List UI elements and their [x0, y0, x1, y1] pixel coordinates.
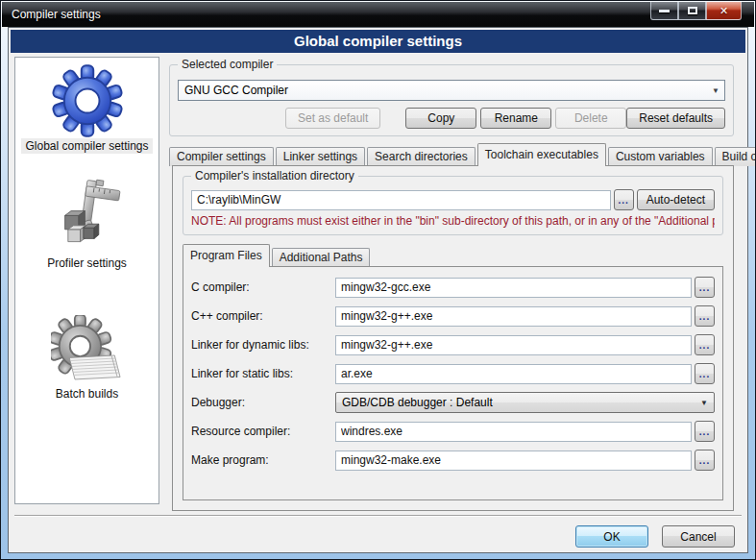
footer-buttons: OK Cancel: [575, 525, 735, 548]
static-linker-input[interactable]: [335, 364, 692, 384]
bin-subdirectory-note: NOTE: All programs must exist either in …: [191, 214, 715, 228]
tab-compiler-settings[interactable]: Compiler settings: [169, 147, 274, 166]
sidebar-item-label: Profiler settings: [43, 256, 131, 271]
tab-build-options[interactable]: Build options: [715, 147, 756, 166]
debugger-row: Debugger: GDB/CDB debugger : Default ▼: [191, 392, 715, 413]
maximize-button[interactable]: [678, 2, 706, 20]
make-program-label: Make program:: [191, 453, 335, 467]
make-program-browse-button[interactable]: ...: [695, 450, 715, 471]
tab-linker-settings[interactable]: Linker settings: [276, 147, 365, 166]
cpp-compiler-label: C++ compiler:: [191, 309, 335, 323]
close-icon: ✕: [719, 5, 728, 17]
chevron-down-icon: ▼: [695, 399, 714, 407]
set-as-default-button[interactable]: Set as default: [285, 108, 380, 129]
minimize-button[interactable]: [650, 2, 678, 20]
cancel-button[interactable]: Cancel: [662, 525, 735, 548]
cpp-compiler-row: C++ compiler: ...: [191, 305, 715, 327]
tab-program-files[interactable]: Program Files: [183, 244, 270, 267]
caliper-icon: [48, 179, 125, 256]
sidebar-item-profiler-settings[interactable]: Profiler settings: [43, 179, 131, 271]
resource-compiler-browse-button[interactable]: ...: [695, 421, 715, 442]
footer-divider: [14, 515, 742, 517]
debugger-select[interactable]: GDB/CDB debugger : Default ▼: [335, 392, 715, 413]
tab-custom-variables[interactable]: Custom variables: [608, 147, 713, 166]
debugger-select-value: GDB/CDB debugger : Default: [342, 396, 493, 409]
window-title: Compiler settings: [12, 2, 101, 27]
maximize-icon: [688, 7, 697, 14]
dynamic-linker-label: Linker for dynamic libs:: [191, 338, 335, 352]
close-button[interactable]: ✕: [706, 2, 742, 20]
rename-button[interactable]: Rename: [480, 108, 551, 129]
dynamic-linker-input[interactable]: [335, 335, 692, 355]
program-files-page: C compiler: ... C++ compiler: ... Linker…: [183, 266, 723, 500]
resource-compiler-row: Resource compiler: ...: [191, 421, 715, 442]
static-linker-label: Linker for static libs:: [191, 367, 335, 380]
sidebar-item-batch-builds[interactable]: Batch builds: [51, 315, 124, 402]
minimize-icon: [659, 10, 670, 12]
resource-compiler-label: Resource compiler:: [191, 425, 335, 438]
settings-category-list: Global compiler settings: [14, 57, 159, 504]
program-files-notebook: Program Files Additional Paths C compile…: [183, 245, 723, 500]
titlebar[interactable]: Compiler settings ✕: [2, 2, 754, 27]
caption-buttons: ✕: [650, 2, 742, 20]
c-compiler-label: C compiler:: [191, 280, 335, 294]
static-linker-row: Linker for static libs: ...: [191, 363, 715, 384]
sidebar-item-label: Global compiler settings: [21, 138, 152, 154]
compiler-actions: Set as default Copy Rename Delete Reset …: [178, 108, 725, 129]
chevron-down-icon: ▼: [707, 86, 724, 95]
resource-compiler-input[interactable]: [335, 422, 692, 442]
selected-compiler-group: Selected compiler GNU GCC Compiler ▼ Set…: [169, 64, 734, 136]
compiler-select[interactable]: GNU GCC Compiler ▼: [178, 80, 725, 101]
make-program-input[interactable]: [335, 450, 692, 471]
dynamic-linker-row: Linker for dynamic libs: ...: [191, 334, 715, 355]
tab-search-directories[interactable]: Search directories: [367, 147, 476, 166]
ok-button[interactable]: OK: [575, 525, 648, 548]
c-compiler-input[interactable]: [335, 278, 692, 298]
reset-defaults-button[interactable]: Reset defaults: [626, 108, 725, 129]
dialog-body: Global compiler settings: [8, 27, 748, 553]
cpp-compiler-input[interactable]: [335, 306, 692, 327]
dynamic-linker-browse-button[interactable]: ...: [695, 334, 715, 355]
static-linker-browse-button[interactable]: ...: [695, 363, 715, 384]
installation-directory-group: Compiler's installation directory ... Au…: [183, 176, 723, 235]
compiler-settings-window: Compiler settings ✕ Global compiler sett…: [0, 0, 756, 560]
browse-directory-button[interactable]: ...: [614, 189, 634, 210]
page-title: Global compiler settings: [11, 30, 745, 53]
cpp-compiler-browse-button[interactable]: ...: [695, 305, 715, 327]
blue-gear-icon: [50, 63, 125, 138]
auto-detect-button[interactable]: Auto-detect: [637, 189, 715, 210]
copy-button[interactable]: Copy: [405, 108, 476, 129]
toolchain-executables-page: Compiler's installation directory ... Au…: [172, 165, 734, 511]
debugger-label: Debugger:: [191, 396, 335, 409]
tab-toolchain-executables[interactable]: Toolchain executables: [477, 143, 606, 166]
settings-tabs: Compiler settings Linker settings Search…: [169, 143, 736, 166]
make-program-row: Make program: ...: [191, 450, 715, 471]
installation-directory-legend: Compiler's installation directory: [191, 169, 358, 183]
sidebar-item-label: Batch builds: [52, 386, 122, 402]
c-compiler-browse-button[interactable]: ...: [695, 277, 715, 298]
c-compiler-row: C compiler: ...: [191, 277, 715, 298]
selected-compiler-legend: Selected compiler: [178, 58, 277, 71]
compiler-select-value: GNU GCC Compiler: [184, 84, 288, 97]
sidebar-item-global-compiler-settings[interactable]: Global compiler settings: [21, 63, 152, 154]
gray-gear-papers-icon: [51, 315, 124, 386]
installation-directory-input[interactable]: [191, 190, 611, 210]
tab-additional-paths[interactable]: Additional Paths: [272, 248, 371, 267]
delete-button[interactable]: Delete: [555, 108, 626, 129]
